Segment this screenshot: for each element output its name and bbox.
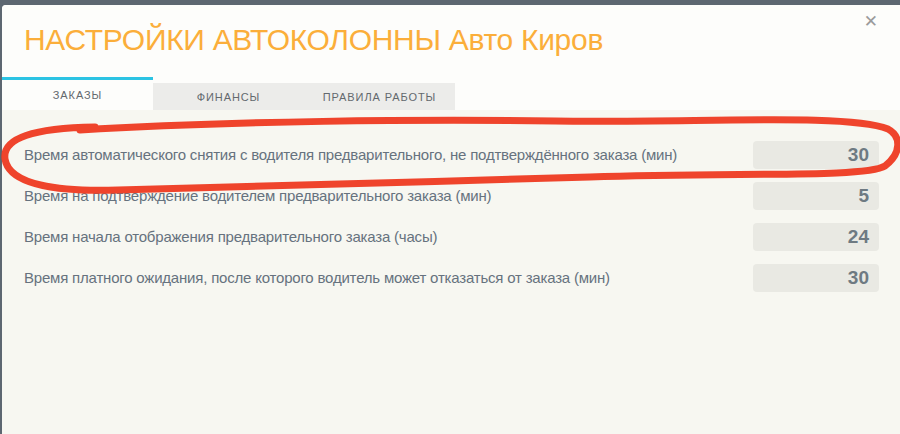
setting-label: Время автоматического снятия с водителя … — [24, 146, 689, 163]
tab-finances[interactable]: ФИНАНСЫ — [153, 83, 304, 110]
setting-label: Время начала отображения предварительног… — [24, 228, 449, 245]
confirmation-minutes-input[interactable]: 5 — [753, 182, 879, 210]
setting-label: Время платного ожидания, после которого … — [24, 269, 622, 286]
page-title: НАСТРОЙКИ АВТОКОЛОННЫ Авто Киров — [24, 23, 900, 57]
tab-orders[interactable]: ЗАКАЗЫ — [2, 77, 153, 110]
paid-waiting-minutes-input[interactable]: 30 — [753, 264, 879, 292]
company-name: Авто Киров — [449, 23, 603, 56]
setting-row-confirmation-time: Время на подтверждение водителем предвар… — [24, 175, 879, 216]
tab-bar: ЗАКАЗЫ ФИНАНСЫ ПРАВИЛА РАБОТЫ — [2, 77, 900, 110]
display-start-hours-input[interactable]: 24 — [753, 223, 879, 251]
close-icon[interactable]: ✕ — [860, 9, 882, 34]
dialog-header: НАСТРОЙКИ АВТОКОЛОННЫ Авто Киров ✕ — [2, 5, 900, 77]
page-title-prefix: НАСТРОЙКИ АВТОКОЛОННЫ — [24, 23, 441, 56]
auto-removal-minutes-input[interactable]: 30 — [753, 141, 879, 169]
tab-work-rules[interactable]: ПРАВИЛА РАБОТЫ — [304, 83, 455, 110]
setting-row-auto-removal: Время автоматического снятия с водителя … — [24, 134, 879, 175]
setting-label: Время на подтверждение водителем предвар… — [24, 187, 503, 204]
setting-row-paid-waiting: Время платного ожидания, после которого … — [24, 257, 879, 298]
settings-panel: Время автоматического снятия с водителя … — [2, 110, 900, 434]
convoy-settings-dialog: НАСТРОЙКИ АВТОКОЛОННЫ Авто Киров ✕ ЗАКАЗ… — [2, 5, 900, 434]
setting-row-display-start: Время начала отображения предварительног… — [24, 216, 879, 257]
